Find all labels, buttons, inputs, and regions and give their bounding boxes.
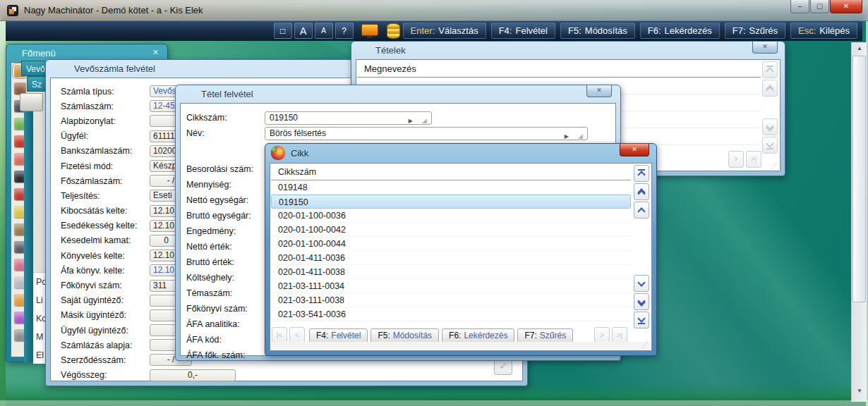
form-field[interactable]: 0,- (150, 369, 236, 381)
column-header[interactable]: Megnevezés (357, 61, 761, 78)
page-up-button[interactable] (634, 183, 649, 200)
menu-item-label: Módosítás (585, 25, 627, 36)
menu-item[interactable]: Esc: Kilépés (790, 23, 857, 39)
page-up-button[interactable] (762, 80, 778, 97)
menu-item-key: F4: (499, 25, 512, 36)
list-item[interactable]: 020-01-100-0036 (271, 209, 631, 223)
list-item[interactable]: 020-01-100-0042 (271, 223, 631, 237)
list-item[interactable]: 019148 (271, 180, 631, 195)
function-key: F4: (316, 331, 328, 340)
cikk-icon (271, 146, 285, 160)
monitor-icon[interactable] (361, 24, 378, 36)
field-label: Esedékesség kelte: (61, 221, 150, 230)
menu-item[interactable]: F4: Felvétel (491, 23, 555, 39)
list-item[interactable]: 020-01-411-0036 (271, 251, 631, 265)
nev-value: Börös félsertés (270, 128, 326, 138)
hidden-window-title: Vevő (21, 61, 45, 76)
menu-item[interactable]: F7: Szűrés (725, 23, 785, 39)
field-label: ÁFA fők. szám: (186, 347, 253, 363)
next-record-button[interactable]: > (728, 151, 744, 168)
field-label: Végösszeg: (61, 370, 150, 380)
resize-grip-icon[interactable]: ⋰ (641, 341, 649, 349)
close-icon[interactable]: ✕ (152, 48, 159, 57)
scroll-top-button[interactable] (762, 61, 778, 78)
list-item[interactable]: 021-03-111-0034 (271, 279, 631, 293)
menu-item-label: Kilépés (819, 25, 850, 36)
field-label: Nettó érték: (186, 239, 253, 254)
close-button[interactable]: ✕ (830, 0, 862, 13)
scrollbar-down-icon[interactable]: ▼ (852, 385, 867, 398)
scrollbar-thumb[interactable] (852, 56, 866, 302)
menu-item-key: F7: (733, 25, 746, 36)
column-header[interactable]: Cikkszám (271, 164, 631, 180)
close-button[interactable]: ✕ (752, 42, 778, 54)
close-button[interactable]: ✕ (586, 85, 612, 97)
field-label: Engedmény: (186, 223, 253, 239)
field-label: Besorolási szám: (186, 161, 253, 177)
scroll-bottom-button[interactable] (634, 312, 649, 328)
app-logo-icon (7, 5, 18, 16)
page-down-button[interactable] (634, 293, 649, 310)
hidden-window-edge (24, 111, 33, 362)
field-label: ÁFA analitika: (186, 316, 253, 332)
scrollbar-up-icon[interactable]: ▲ (852, 42, 867, 55)
resize-grip-icon[interactable]: ⋰ (771, 162, 778, 170)
field-label: Főkönyvi szám: (186, 301, 253, 316)
function-label: Lekérdezés (464, 331, 507, 340)
field-label: Témaszám: (186, 285, 253, 301)
database-icon[interactable] (387, 23, 400, 39)
list-item[interactable]: 020-01-100-0044 (271, 237, 631, 251)
close-button[interactable]: ✕ (620, 144, 649, 156)
last-record-button[interactable]: >| (746, 151, 761, 168)
field-label: Alapbizonylat: (61, 116, 150, 126)
window-frame-bottom (0, 400, 868, 406)
menu-item[interactable]: F6: Lekérdezés (640, 23, 720, 39)
app-scrollbar[interactable]: ▲ ▼ (851, 42, 867, 402)
dropdown-arrow-icon[interactable]: ▶ (565, 130, 569, 142)
app-title: Nagy Machinátor - Demó kötet - a - Kis E… (24, 0, 203, 21)
scroll-down-button[interactable] (634, 275, 649, 292)
menu-item[interactable]: F5: Módosítás (560, 23, 635, 39)
font-larger-button[interactable]: A (294, 23, 313, 39)
function-button[interactable]: F7: Szűrés (517, 328, 573, 343)
nev-field[interactable]: Börös félsertés ▶ ◢ (265, 127, 588, 140)
menu-bar: □ A A ? Enter: Választás F4: Felvétel F5… (6, 21, 862, 41)
function-label: Módosítás (393, 331, 432, 340)
list-item[interactable]: 020-01-411-0038 (271, 265, 631, 279)
function-key: F5: (378, 331, 390, 340)
minimize-button[interactable]: – (790, 0, 809, 13)
menu-item[interactable]: Enter: Választás (403, 23, 486, 39)
hidden-window-button (20, 93, 43, 111)
field-label: Mennyiség: (186, 177, 253, 192)
scroll-up-button[interactable] (634, 202, 649, 219)
function-button[interactable]: F6: Lekérdezés (442, 328, 514, 343)
list-item[interactable]: 021-03-111-0038 (271, 293, 631, 307)
scroll-top-button[interactable] (634, 165, 649, 182)
window-mode-button[interactable]: □ (274, 23, 292, 39)
scroll-bottom-button[interactable] (762, 137, 778, 154)
function-label: Felvétel (331, 331, 361, 340)
help-button[interactable]: ? (335, 23, 354, 39)
window-title: Tétel felvétel (176, 85, 620, 102)
field-label: Számlaszám: (61, 102, 150, 111)
page-down-button[interactable] (762, 118, 778, 135)
function-button[interactable]: F5: Módosítás (370, 328, 439, 343)
window-title: Tételek (351, 42, 785, 59)
maximize-button[interactable]: ▢ (810, 0, 829, 13)
tetel-label-column: Besorolási szám:Mennyiség:Nettó egységár… (186, 161, 253, 363)
status-bar: ⋰ (271, 342, 651, 350)
function-key: F7: (524, 331, 536, 340)
list-item[interactable]: 019150 (271, 195, 631, 209)
function-label: Szűrés (540, 331, 566, 340)
function-button[interactable]: F4: Felvétel (309, 328, 368, 343)
font-smaller-button[interactable]: A (315, 23, 333, 39)
dropdown-arrow-icon[interactable]: ▶ (409, 115, 413, 127)
app-titlebar: Nagy Machinátor - Demó kötet - a - Kis E… (0, 0, 868, 21)
field-label: Bruttó egységár: (186, 208, 253, 223)
list-item[interactable]: 021-03-541-0036 (271, 307, 631, 321)
window-cikk: Cikk ✕ Cikkszám 019148019150020-01-100-0… (265, 143, 657, 356)
cikkszam-field[interactable]: 019150 ▶ ◢ (265, 111, 432, 125)
field-label: Saját ügyintéző: (61, 295, 150, 305)
field-label: Kibocsátás kelte: (61, 206, 150, 216)
menu-toolbar: □ A A ? (274, 23, 403, 39)
